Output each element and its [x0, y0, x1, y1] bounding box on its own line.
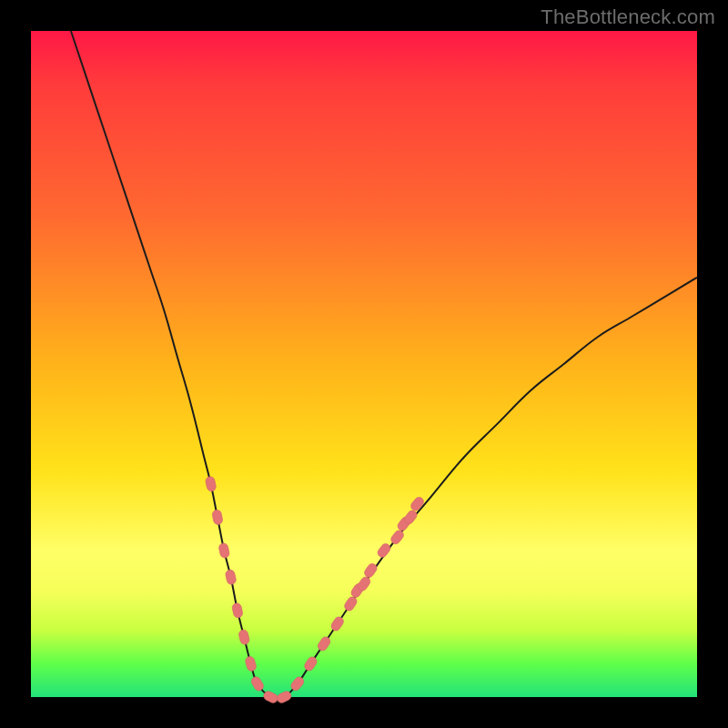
curve-svg [31, 31, 697, 697]
curve-marker [376, 542, 392, 560]
curve-marker [410, 495, 426, 512]
curve-marker [218, 542, 230, 559]
curve-marker [303, 655, 318, 672]
curve-marker [238, 629, 250, 645]
chart-frame: TheBottleneck.com [0, 0, 728, 728]
curve-marker [231, 602, 243, 619]
marker-group [205, 476, 425, 704]
curve-marker [316, 635, 331, 652]
curve-marker [245, 655, 258, 672]
curve-marker [225, 569, 237, 585]
curve-marker [205, 476, 217, 492]
curve-marker [363, 561, 379, 579]
curve-marker [343, 595, 359, 612]
watermark-text: TheBottleneck.com [541, 5, 715, 29]
curve-marker [329, 615, 345, 632]
plot-area [31, 31, 697, 697]
curve-marker [211, 510, 223, 526]
bottleneck-curve [71, 31, 697, 699]
